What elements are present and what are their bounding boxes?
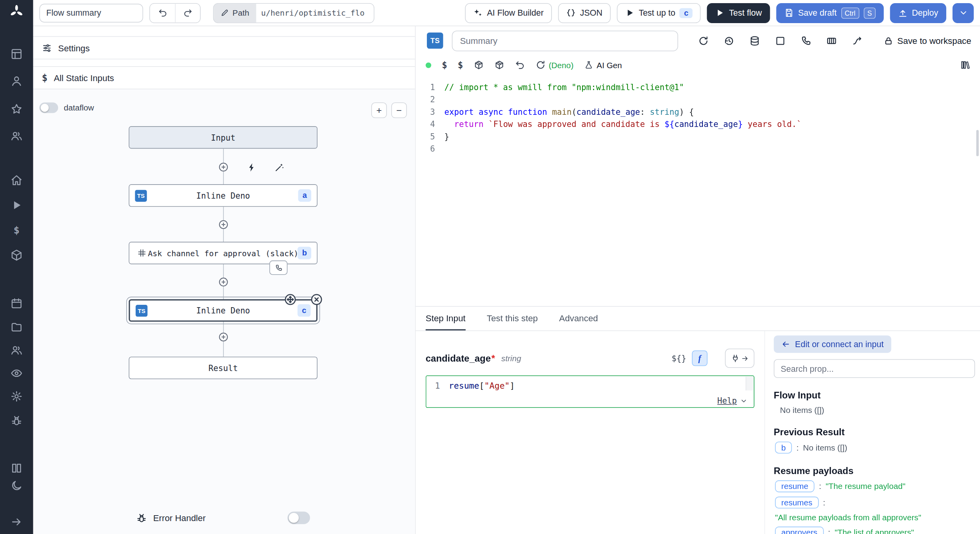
colon: : (828, 528, 830, 534)
move-handle-icon[interactable] (284, 293, 297, 306)
windmill-logo-icon[interactable] (9, 4, 24, 19)
favorites-icon[interactable] (11, 103, 22, 115)
delete-step-icon[interactable] (310, 293, 323, 306)
resource-picker-icon[interactable]: $ (458, 60, 463, 70)
connect-input-button[interactable] (725, 349, 755, 368)
script-library-icon[interactable] (960, 60, 970, 70)
undo-button[interactable] (150, 4, 175, 22)
previous-result-empty: No items ([]) (803, 443, 848, 452)
resume-payload-list: resume:"The resume payload"resumes:"All … (774, 480, 975, 534)
dark-mode-icon[interactable] (11, 480, 22, 491)
docs-icon[interactable] (11, 462, 22, 474)
groups-icon[interactable] (11, 130, 22, 142)
save-to-workspace-label: Save to workspace (897, 36, 971, 46)
save-draft-button[interactable]: Save draft Ctrl S (776, 3, 884, 23)
search-prop-input[interactable] (774, 359, 975, 378)
result-node-label: Result (209, 363, 238, 373)
mock-route-icon[interactable] (852, 35, 862, 46)
edit-or-connect-label: Edit or connect an input (795, 340, 884, 349)
suspend-approval-badge[interactable] (269, 261, 287, 275)
home-icon[interactable] (11, 174, 22, 186)
input-node[interactable]: Input (129, 126, 318, 148)
add-step-icon[interactable] (218, 332, 229, 342)
step-node-a[interactable]: TS Inline Deno a (129, 184, 318, 206)
add-step-icon[interactable] (218, 277, 229, 287)
reset-icon[interactable] (515, 60, 525, 70)
result-node[interactable]: Result (129, 357, 318, 379)
ts-badge: TS (136, 304, 147, 316)
connect-input-pane: Edit or connect an input Flow Input No i… (764, 331, 980, 534)
package-icon[interactable] (474, 60, 484, 70)
reload-icon[interactable] (535, 60, 546, 70)
redo-button[interactable] (175, 4, 200, 22)
path-edit-button[interactable]: Path (214, 4, 256, 22)
settings-icon[interactable] (11, 391, 22, 402)
ai-gen-button[interactable]: AI Gen (584, 60, 622, 70)
fx-mode-button[interactable]: f (692, 350, 708, 366)
expand-sidebar-icon[interactable] (11, 516, 22, 528)
prop-chip-b[interactable]: b (775, 442, 792, 453)
topbar: Path AI Flow Builder JSON Test up to c T… (33, 0, 980, 26)
tab-step-input[interactable]: Step Input (426, 307, 466, 331)
prop-chip-approvers[interactable]: approvers (775, 527, 824, 534)
error-handler-row: Error Handler (129, 506, 318, 530)
expr-scrollbar[interactable] (746, 377, 753, 390)
audit-logs-icon[interactable] (11, 367, 22, 379)
deploy-button[interactable]: Deploy (890, 3, 946, 23)
ts-badge-large: TS (427, 33, 443, 49)
add-step-icon[interactable] (218, 219, 229, 230)
schedules-icon[interactable] (11, 297, 22, 309)
ai-flow-builder-button[interactable]: AI Flow Builder (465, 3, 552, 23)
window-icon[interactable] (775, 35, 786, 46)
apps-icon[interactable] (11, 48, 22, 60)
dataflow-toggle[interactable] (39, 102, 58, 113)
test-up-to-button[interactable]: Test up to c (617, 3, 701, 23)
trigger-bolt-icon[interactable] (247, 163, 257, 173)
editor-header: TS Save to workspace (416, 26, 980, 55)
template-expr-button[interactable]: ${} (671, 353, 686, 363)
tab-test-this-step[interactable]: Test this step (487, 307, 538, 331)
zoom-out-button[interactable]: − (391, 102, 407, 118)
folders-icon[interactable] (11, 321, 22, 333)
step-summary-input[interactable] (452, 30, 678, 51)
save-to-workspace-button[interactable]: Save to workspace (884, 36, 971, 46)
undo-icon (158, 8, 167, 18)
step-node-c-selected[interactable]: TS Inline Deno c (129, 299, 318, 322)
prop-chip-resumes[interactable]: resumes (775, 497, 818, 509)
resources-icon[interactable] (11, 249, 22, 261)
variable-picker-icon[interactable]: $ (442, 60, 447, 70)
preprocessor-wand-icon[interactable] (274, 163, 285, 173)
suspend-icon[interactable] (800, 35, 811, 46)
add-step-icon[interactable] (218, 162, 229, 172)
edit-or-connect-button[interactable]: Edit or connect an input (774, 335, 891, 353)
monaco-editor[interactable]: 123456 // import * as wmill from "npm:wi… (416, 75, 980, 306)
code-lines: // import * as wmill from "npm:windmill-… (445, 81, 980, 306)
help-link[interactable]: Help (717, 396, 748, 405)
test-flow-button[interactable]: Test flow (707, 3, 770, 23)
flow-settings-row[interactable]: Settings (33, 36, 415, 59)
deploy-more-button[interactable] (953, 3, 974, 23)
workers-icon[interactable] (11, 415, 22, 427)
static-inputs-row[interactable]: $ All Static Inputs (33, 66, 415, 89)
history-icon[interactable] (724, 35, 734, 46)
step-node-b[interactable]: Ask channel for approval (slack) b (129, 242, 318, 264)
package-icon[interactable] (494, 60, 505, 70)
prop-chip-resume[interactable]: resume (775, 480, 815, 492)
user-icon[interactable] (11, 75, 22, 87)
runs-icon[interactable] (11, 199, 22, 211)
tab-advanced[interactable]: Advanced (559, 307, 598, 331)
zoom-in-button[interactable]: + (371, 102, 387, 118)
cache-icon[interactable] (750, 35, 760, 46)
arrow-left-icon (781, 340, 790, 348)
expression-editor[interactable]: 1 resume["Age"] Help (426, 375, 755, 408)
variables-icon[interactable]: $ (14, 224, 20, 236)
json-button[interactable]: JSON (558, 3, 611, 23)
container-icon[interactable] (826, 35, 837, 46)
restart-icon[interactable] (698, 35, 709, 46)
flow-summary-input[interactable] (39, 4, 143, 22)
members-icon[interactable] (11, 344, 22, 356)
error-handler-toggle[interactable] (287, 512, 310, 524)
help-label: Help (717, 396, 737, 405)
path-input[interactable] (256, 4, 374, 22)
flow-graph: dataflow + − Input TS Inline Deno a (33, 89, 415, 534)
